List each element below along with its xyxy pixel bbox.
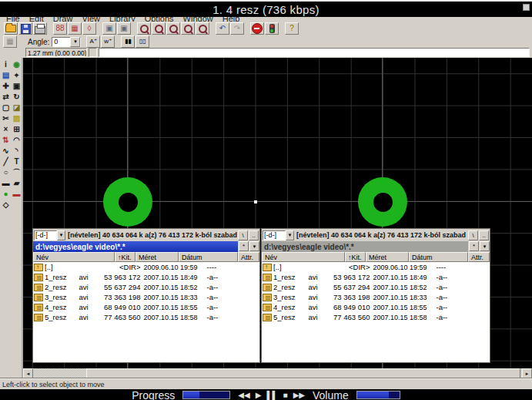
circle-tool-icon[interactable]: ○ [1,167,11,178]
favorites-button[interactable]: * [469,241,479,251]
fit-drawing-icon[interactable]: ▣ [102,22,116,35]
smash-tool-icon[interactable]: ◠ [12,135,22,146]
zoom-fit-icon[interactable] [137,22,151,35]
file-row[interactable]: 2_resz avi 55 637 294 2007.10.15 18:52 -… [33,282,259,292]
rotate-tool-icon[interactable]: ↻ [12,92,22,103]
column-header-name[interactable]: Név [262,252,345,262]
history-button[interactable]: ▼ [480,241,490,251]
root-dir-button[interactable]: \ [238,230,248,240]
chevron-down-icon[interactable]: ▼ [70,37,80,47]
zoom-select-icon[interactable] [181,22,195,35]
open-file-icon[interactable] [4,22,18,35]
column-header-ext[interactable]: ↑Kit. [115,252,136,262]
signal-tool-icon[interactable]: ▬ [12,189,22,200]
last-window-icon[interactable]: ▣ [117,22,131,35]
column-header-attr[interactable]: Attr. [468,252,490,262]
play-icon[interactable]: ▶ [256,391,262,399]
via-tool-icon[interactable]: ● [1,189,11,200]
forward-icon[interactable]: ▶▶ [293,391,305,399]
via-pad-right[interactable] [358,177,407,227]
parent-dir-button[interactable]: .. [479,230,489,240]
scroll-right-icon[interactable]: ► [522,368,532,378]
ratsnest-tool-icon[interactable]: ∿ [1,146,11,156]
scroll-left-icon[interactable]: ◄ [23,368,33,378]
zoom-redraw-icon[interactable] [196,22,209,35]
drive-combo[interactable]: [-d-] [34,230,57,240]
via-pad-left[interactable] [103,177,152,227]
split-tool-icon[interactable]: ◝ [12,146,22,156]
column-header-ext[interactable]: ↑Kit. [345,252,366,262]
toggle-button-2[interactable]: ▯▯ [136,35,149,48]
column-header-name[interactable]: Név [33,252,115,262]
group-tool-icon[interactable]: ▢ [1,103,11,113]
parent-dir-button[interactable]: .. [249,230,259,240]
redo-icon[interactable]: ↷ [230,22,244,35]
canvas-hscrollbar[interactable]: ◄ ► [23,368,532,378]
progress-bar[interactable] [182,391,230,399]
window-control-icon[interactable] [523,4,530,11]
command-input[interactable] [99,48,530,57]
file-row[interactable]: 3_resz avi 73 363 198 2007.10.15 18:33 -… [262,292,490,302]
file-row[interactable]: 1_resz avi 53 963 172 2007.10.15 18:49 -… [33,272,259,282]
paste-tool-icon[interactable]: ▨ [12,113,22,124]
undo-icon[interactable]: ↶ [216,22,229,35]
change-tool-icon[interactable]: ◪ [12,103,22,113]
polygon-tool-icon[interactable]: ▰ [12,178,22,189]
arc-tool-icon[interactable]: ⌒ [12,167,22,178]
copy-tool-icon[interactable]: ▣ [12,81,22,92]
volume-bar[interactable] [356,391,400,399]
file-row[interactable]: 1_resz avi 53 963 172 2007.10.15 18:49 -… [262,272,490,282]
zoom-in-icon[interactable] [152,22,166,35]
file-row[interactable]: [..] <DIR> 2009.06.10 19:59 ---- [33,262,259,272]
stop-icon[interactable]: ■ [283,391,288,399]
stop-command-icon[interactable] [250,22,264,35]
show-tool-icon[interactable]: ◉ [12,59,22,70]
mirror-tool-icon[interactable]: ⇄ [1,92,11,103]
move-tool-icon[interactable]: ✚ [1,81,11,92]
file-row[interactable]: 4_resz avi 68 949 010 2007.10.15 18:55 -… [33,302,259,312]
chevron-down-icon[interactable]: ▼ [286,230,294,240]
drive-combo[interactable]: [-d-] [263,230,286,240]
rewind-icon[interactable]: ◀◀ [238,391,249,399]
column-header-attr[interactable]: Attr. [238,252,259,262]
column-header-date[interactable]: Dátum [409,252,468,262]
column-header-date[interactable]: Dátum [179,252,238,262]
pause-icon[interactable]: ▌▌ [266,391,277,399]
rect-tool-icon[interactable]: ▬ [1,178,11,189]
pinswap-tool-icon[interactable]: ⇅ [1,135,11,146]
run-script-icon[interactable] [265,22,279,35]
favorites-button[interactable]: * [239,241,249,251]
file-row[interactable]: 5_resz avi 77 463 560 2007.10.15 18:58 -… [33,312,259,322]
column-header-size[interactable]: Méret [366,252,409,262]
text-tool-icon[interactable]: T [12,156,22,167]
file-row[interactable]: 4_resz avi 68 949 010 2007.10.15 18:55 -… [262,302,490,312]
mark-tool-icon[interactable]: ⌖ [12,70,22,81]
zoom-out-icon[interactable] [166,22,180,35]
rel-text-button[interactable]: w⁺ [101,35,115,48]
history-button[interactable]: ▼ [249,241,259,251]
current-path[interactable]: d:\vegyes\eagle video\*.* [33,241,238,252]
library-icon[interactable]: 88 [53,22,67,35]
file-row[interactable]: [..] <DIR> 2009.06.10 19:59 ---- [262,262,490,272]
delete-tool-icon[interactable]: × [1,124,11,135]
display-tool-icon[interactable]: ▤ [1,70,11,81]
grid-button[interactable]: ▦ [3,35,17,48]
scrollbar-thumb[interactable] [86,368,520,378]
file-row[interactable]: 2_resz avi 55 637 294 2007.10.15 18:52 -… [262,282,490,292]
chevron-down-icon[interactable]: ▼ [57,230,65,240]
help-icon[interactable]: ? [285,22,299,35]
column-header-size[interactable]: Méret [136,252,179,262]
save-file-icon[interactable] [18,22,32,35]
board-icon[interactable]: ▦ [68,22,82,35]
file-row[interactable]: 3_resz avi 73 363 198 2007.10.15 18:33 -… [33,292,259,302]
angle-combo[interactable]: 0 ▼ [52,37,81,47]
toggle-button-1[interactable]: ▮▮ [121,35,135,48]
abs-text-button[interactable]: A⁺ [86,35,100,48]
device-icon[interactable]: ◊ [82,22,96,35]
current-path[interactable]: d:\vegyes\eagle video\*.* [262,241,468,252]
cut-tool-icon[interactable]: ✂ [1,113,11,124]
root-dir-button[interactable]: \ [468,230,478,240]
file-row[interactable]: 5_resz avi 77 463 560 2007.10.15 18:58 -… [262,312,490,322]
add-tool-icon[interactable]: ⊞ [12,124,22,135]
wire-tool-icon[interactable]: ╱ [1,156,11,167]
